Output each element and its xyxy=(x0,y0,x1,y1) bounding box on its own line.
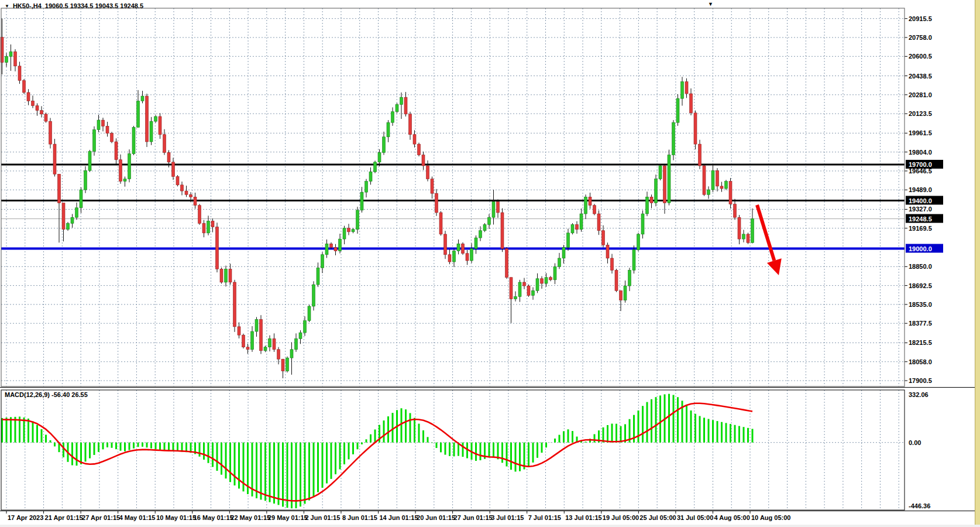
bearish-candle xyxy=(163,135,166,153)
bullish-candle xyxy=(137,101,140,127)
bearish-candle xyxy=(497,202,500,213)
bearish-candle xyxy=(211,221,214,227)
bullish-candle xyxy=(492,202,495,218)
bullish-candle xyxy=(396,104,398,111)
date-axis-label: 22 May 01:15 xyxy=(231,514,270,521)
bearish-candle xyxy=(106,126,109,133)
bullish-candle xyxy=(632,250,635,271)
bullish-candle xyxy=(553,266,556,280)
symbol-dropdown-icon[interactable]: ▼ xyxy=(5,4,9,9)
bearish-candle xyxy=(49,121,52,144)
bearish-candle xyxy=(190,194,192,197)
bullish-candle xyxy=(383,137,386,153)
price-axis-label: 20123.5 xyxy=(909,110,932,117)
bearish-candle xyxy=(576,225,579,230)
date-axis-label: 19 Jul 05:00 xyxy=(603,514,639,521)
bearish-candle xyxy=(146,96,149,142)
bullish-candle xyxy=(532,290,535,295)
date-axis-label: 20 Jun 01:15 xyxy=(417,514,455,521)
bearish-candle xyxy=(541,279,544,283)
date-axis-label: 4 Aug 05:00 xyxy=(714,514,749,521)
bullish-candle xyxy=(225,269,228,282)
bearish-candle xyxy=(694,113,697,144)
bearish-candle xyxy=(431,179,434,194)
bullish-candle xyxy=(356,210,359,230)
bearish-candle xyxy=(413,135,416,144)
bullish-candle xyxy=(681,81,684,98)
bearish-candle xyxy=(409,114,412,135)
window-bottom-edge xyxy=(0,525,980,527)
date-axis-label: 25 Jul 05:00 xyxy=(639,514,676,521)
price-axis-label: 18377.5 xyxy=(909,320,932,327)
price-axis-label: 20915.5 xyxy=(909,15,932,22)
bearish-candle xyxy=(102,120,105,126)
bearish-candle xyxy=(40,111,43,114)
bullish-candle xyxy=(154,117,157,121)
bearish-candle xyxy=(176,176,179,184)
bearish-candle xyxy=(53,144,56,174)
bearish-candle xyxy=(260,320,263,351)
bullish-candle xyxy=(571,225,574,233)
bearish-candle xyxy=(281,359,284,371)
bearish-candle xyxy=(418,144,421,155)
price-axis-label: 18692.5 xyxy=(909,282,932,289)
bearish-candle xyxy=(527,286,530,295)
bullish-candle xyxy=(93,130,96,152)
bullish-candle xyxy=(80,190,82,208)
bullish-candle xyxy=(488,217,491,224)
bearish-candle xyxy=(611,258,614,271)
bullish-candle xyxy=(474,238,477,248)
scroll-end-marker-icon[interactable]: ▼ xyxy=(708,1,713,7)
bearish-candle xyxy=(348,228,350,232)
price-axis-label: 19804.0 xyxy=(909,149,932,156)
bullish-candle xyxy=(470,249,473,261)
bullish-candle xyxy=(71,217,74,223)
bearish-candle xyxy=(167,152,170,162)
bearish-candle xyxy=(246,347,249,350)
bearish-candle xyxy=(690,94,693,113)
bullish-candle xyxy=(453,251,456,262)
bullish-candle xyxy=(369,172,372,181)
bullish-candle xyxy=(387,122,390,137)
bearish-candle xyxy=(747,234,749,242)
macd-axis-max: 332.06 xyxy=(909,391,929,398)
bearish-candle xyxy=(159,117,161,135)
bullish-candle xyxy=(479,231,482,238)
bullish-candle xyxy=(264,347,267,351)
price-axis-label: 20758.0 xyxy=(909,34,932,41)
bullish-candle xyxy=(75,208,78,217)
bearish-candle xyxy=(462,244,465,253)
bullish-candle xyxy=(339,239,342,251)
date-axis-label: 13 Jul 01:15 xyxy=(565,514,601,521)
bullish-candle xyxy=(317,268,319,285)
bearish-candle xyxy=(181,185,184,191)
bearish-candle xyxy=(606,245,609,258)
bullish-candle xyxy=(668,155,670,203)
price-axis-label: 17900.5 xyxy=(909,377,932,384)
date-axis-label: 31 Jul 05:00 xyxy=(677,514,713,521)
bullish-candle xyxy=(299,333,302,338)
bullish-candle xyxy=(365,182,368,192)
bearish-candle xyxy=(115,142,118,160)
date-axis-label: 29 May 01:15 xyxy=(268,514,308,521)
bullish-candle xyxy=(321,255,324,268)
date-axis-label: 16 May 01:15 xyxy=(194,514,233,521)
bullish-candle xyxy=(624,286,627,300)
bearish-candle xyxy=(439,213,442,234)
bearish-candle xyxy=(738,217,741,239)
date-axis-label: 8 Jun 01:15 xyxy=(342,514,377,521)
chart-canvas[interactable]: 20915.520758.020600.520438.520281.020123… xyxy=(0,0,980,527)
bearish-candle xyxy=(506,249,508,278)
bearish-candle xyxy=(62,203,65,230)
bearish-candle xyxy=(703,166,706,194)
price-axis-label: 19489.0 xyxy=(909,186,932,193)
bearish-candle xyxy=(185,191,188,194)
price-badge-label: 19248.5 xyxy=(909,215,932,223)
bearish-candle xyxy=(663,166,666,203)
price-axis-label: 18850.0 xyxy=(909,263,932,270)
bearish-candle xyxy=(422,155,425,166)
bullish-candle xyxy=(483,225,486,231)
bullish-candle xyxy=(286,358,289,371)
bearish-candle xyxy=(615,270,618,290)
bearish-candle xyxy=(427,166,429,179)
